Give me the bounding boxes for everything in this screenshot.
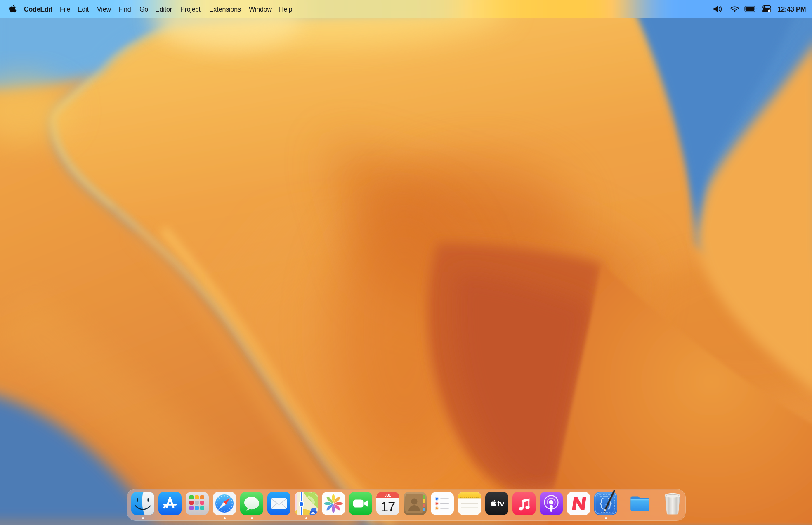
svg-text:280: 280: [311, 511, 316, 514]
svg-text:JUL: JUL: [385, 494, 391, 497]
svg-text:17: 17: [381, 499, 395, 514]
svg-text:tv: tv: [498, 499, 505, 508]
